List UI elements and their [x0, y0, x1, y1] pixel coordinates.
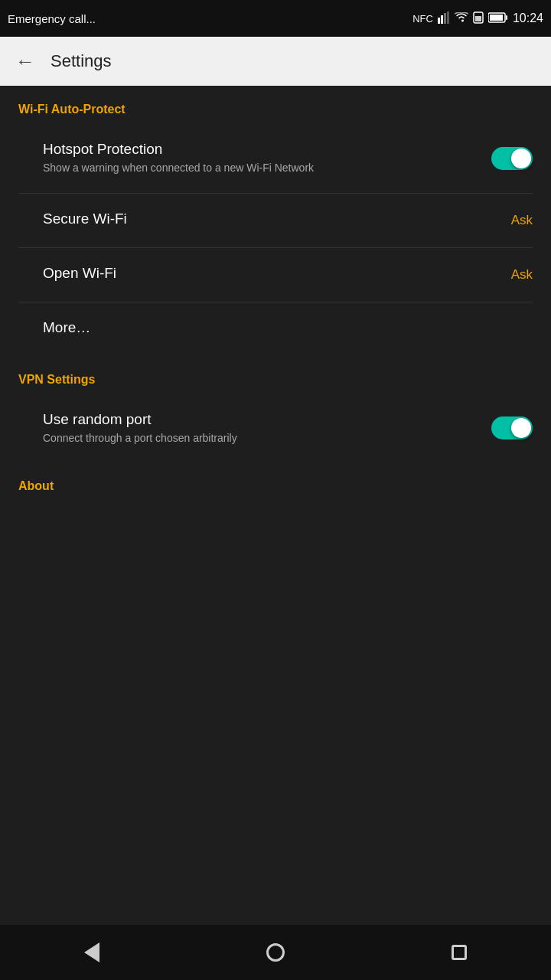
battery-icon — [488, 12, 508, 25]
random-port-subtitle: Connect through a port chosen arbitraril… — [43, 431, 410, 446]
emergency-call-text: Emergency call... — [8, 12, 96, 25]
more-text: More… — [43, 319, 533, 339]
hotspot-protection-subtitle: Show a warning when connected to a new W… — [43, 161, 410, 176]
nav-home-button[interactable] — [245, 925, 306, 980]
hotspot-protection-toggle[interactable] — [491, 147, 533, 170]
random-port-title: Use random port — [43, 411, 479, 428]
secure-wifi-action[interactable]: Ask — [511, 213, 533, 228]
nav-back-icon — [84, 942, 99, 962]
secure-wifi-item[interactable]: Secure Wi-Fi Ask — [0, 194, 551, 247]
svg-rect-3 — [447, 11, 449, 24]
hotspot-protection-text: Hotspot Protection Show a warning when c… — [43, 141, 479, 176]
vpn-section-header: VPN Settings — [0, 356, 551, 394]
random-port-item[interactable]: Use random port Connect through a port c… — [0, 394, 551, 463]
svg-rect-8 — [506, 15, 507, 20]
signal-icon — [438, 11, 450, 26]
nfc-icon: NFC — [412, 13, 433, 24]
nav-recents-icon — [452, 945, 467, 960]
wifi-section-header: Wi-Fi Auto-Protect — [0, 86, 551, 124]
about-section-header: About — [0, 462, 551, 516]
open-wifi-item[interactable]: Open Wi-Fi Ask — [0, 248, 551, 302]
nav-home-icon — [266, 943, 285, 962]
settings-content: Wi-Fi Auto-Protect Hotspot Protection Sh… — [0, 86, 551, 925]
hotspot-protection-title: Hotspot Protection — [43, 141, 479, 158]
hotspot-protection-item[interactable]: Hotspot Protection Show a warning when c… — [0, 124, 551, 193]
app-bar: ← Settings — [0, 37, 551, 86]
sim-icon — [473, 11, 484, 26]
status-time: 10:24 — [513, 11, 543, 25]
open-wifi-title: Open Wi-Fi — [43, 265, 499, 282]
back-button[interactable]: ← — [15, 51, 35, 71]
nav-recents-button[interactable] — [429, 925, 490, 980]
open-wifi-action[interactable]: Ask — [511, 267, 533, 283]
more-title: More… — [43, 319, 533, 336]
svg-rect-0 — [438, 18, 440, 24]
status-bar-left: Emergency call... — [8, 12, 96, 25]
secure-wifi-text: Secure Wi-Fi — [43, 211, 499, 230]
svg-rect-2 — [444, 13, 446, 24]
toggle-knob — [511, 149, 531, 168]
status-bar: Emergency call... NFC 10:24 — [0, 0, 551, 37]
page-title: Settings — [51, 51, 112, 71]
random-port-text: Use random port Connect through a port c… — [43, 411, 479, 446]
wifi-icon — [455, 12, 468, 25]
svg-rect-5 — [475, 16, 481, 21]
svg-rect-7 — [490, 15, 503, 21]
nav-back-button[interactable] — [61, 925, 122, 980]
toggle-knob-2 — [511, 418, 531, 438]
svg-rect-1 — [441, 15, 443, 24]
more-item[interactable]: More… — [0, 302, 551, 356]
open-wifi-text: Open Wi-Fi — [43, 265, 499, 285]
status-bar-right: NFC 10:24 — [412, 11, 543, 26]
secure-wifi-title: Secure Wi-Fi — [43, 211, 499, 227]
random-port-toggle[interactable] — [491, 416, 533, 439]
bottom-navigation — [0, 925, 551, 980]
